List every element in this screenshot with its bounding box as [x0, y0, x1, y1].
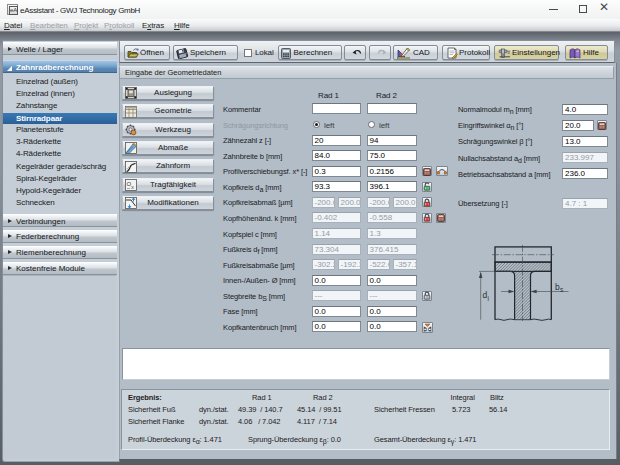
- svg-text:i: i: [488, 295, 489, 302]
- svg-text:x: x: [131, 184, 134, 190]
- svg-text:s: s: [560, 286, 564, 293]
